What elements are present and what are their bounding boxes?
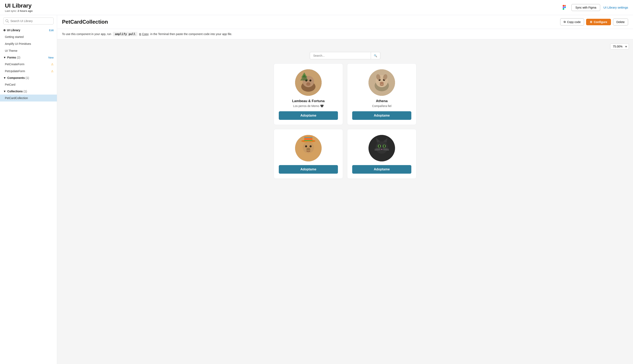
main-content: PetCardCollection ⧉ Copy code ⚙ Configur…: [57, 15, 633, 364]
gear-icon: ⚙: [590, 20, 592, 24]
sidebar-edit-link[interactable]: Edit: [49, 29, 54, 32]
preview-search-input[interactable]: [310, 52, 371, 59]
collections-label: Collections (1): [7, 90, 27, 93]
sidebar-item-petupdateform[interactable]: PetUpdateForm ⚠: [0, 68, 57, 74]
svg-point-32: [376, 142, 388, 154]
adopt-button-2[interactable]: Adoptame: [279, 165, 338, 174]
pet-card-0: Lambeau & Fortuna Los perros de Memo 🖤 A…: [274, 64, 343, 125]
delete-button[interactable]: Delete: [613, 18, 628, 26]
header-left: UI Library Last sync: 2 hours ago: [5, 2, 562, 12]
header: UI Library Last sync: 2 hours ago Sync w…: [0, 0, 633, 15]
svg-point-9: [309, 80, 311, 82]
pet-card-1: Athena Compañera fiel Adoptame: [347, 64, 416, 125]
adopt-button-3[interactable]: Adoptame: [352, 165, 411, 174]
command-code: amplify pull: [113, 32, 138, 36]
preview-search-area: 🔍: [61, 52, 629, 59]
chevron-down-icon: ▼: [3, 90, 6, 93]
body-container: ⊕ UI Library Edit Getting started Amplif…: [0, 15, 633, 364]
new-badge: New: [48, 56, 54, 59]
svg-point-38: [384, 145, 385, 148]
adopt-button-1[interactable]: Adoptame: [352, 111, 411, 120]
command-bar: To use this component in your app, run a…: [57, 29, 633, 39]
pet-card-2: Adoptame: [274, 129, 343, 179]
sync-figma-button[interactable]: Sync with Figma: [571, 4, 600, 11]
svg-point-28: [305, 145, 307, 147]
adopt-button-0[interactable]: Adoptame: [279, 111, 338, 120]
ui-library-settings-link[interactable]: UI Library settings: [603, 6, 628, 9]
sidebar-search-area: [0, 18, 57, 27]
sidebar-item-petcard[interactable]: PetCard: [0, 81, 57, 88]
svg-rect-1: [564, 5, 566, 6]
main-header-actions: ⧉ Copy code ⚙ Configure Delete: [560, 18, 628, 26]
svg-point-30: [306, 148, 310, 150]
sidebar-item-ui-theme[interactable]: UI Theme: [0, 47, 57, 54]
svg-point-4: [564, 6, 566, 8]
sidebar-item-getting-started[interactable]: Getting started: [0, 34, 57, 40]
header-subtitle: Last sync: 2 hours ago: [5, 10, 562, 12]
forms-label: Forms (2): [7, 56, 21, 59]
svg-rect-3: [563, 8, 564, 10]
components-label: Components (1): [7, 76, 29, 80]
copy-icon: ⧉: [564, 20, 566, 24]
svg-point-10: [306, 82, 310, 85]
sidebar-item-amplify-ui-primitives[interactable]: Amplify UI Primitives: [0, 40, 57, 47]
zoom-select[interactable]: 75.00%: [610, 44, 629, 50]
svg-rect-26: [304, 140, 312, 141]
pet-avatar-1: [368, 69, 395, 96]
svg-rect-0: [563, 5, 564, 6]
sidebar-section-header: ⊕ UI Library Edit: [0, 27, 57, 34]
search-icon: 🔍: [374, 54, 377, 57]
svg-point-29: [310, 145, 312, 147]
figma-icon: [562, 4, 568, 11]
svg-rect-25: [304, 138, 312, 140]
copy-command-button[interactable]: ⧉ Copy: [139, 32, 149, 36]
chevron-down-icon: ▼: [3, 76, 6, 80]
preview-area: 75.00% 🔍: [57, 39, 633, 183]
svg-point-37: [379, 145, 380, 148]
compass-icon: ⊕: [3, 28, 6, 32]
sidebar-item-petcardcollection[interactable]: PetCardCollection: [0, 94, 57, 102]
main-header: PetCardCollection ⧉ Copy code ⚙ Configur…: [57, 15, 633, 29]
warning-icon: ⚠: [51, 62, 54, 66]
pet-avatar-3: [368, 135, 395, 162]
page-title: UI Library: [5, 2, 562, 9]
sidebar: ⊕ UI Library Edit Getting started Amplif…: [0, 15, 57, 364]
header-right: Sync with Figma UI Library settings: [562, 4, 628, 11]
svg-point-18: [380, 82, 384, 84]
warning-icon: ⚠: [51, 70, 54, 73]
sidebar-item-petcreateform[interactable]: PetCreateForm ⚠: [0, 61, 57, 68]
zoom-wrapper: 75.00%: [610, 44, 629, 50]
svg-rect-24: [304, 137, 312, 138]
preview-zoom: 75.00%: [61, 44, 629, 50]
configure-button[interactable]: ⚙ Configure: [586, 19, 611, 25]
component-title: PetCardCollection: [62, 19, 108, 25]
pet-card-3: Adoptame: [347, 129, 416, 179]
search-input[interactable]: [3, 18, 54, 24]
copy-icon: ⧉: [139, 32, 141, 36]
pet-avatar-2: [295, 135, 322, 162]
pet-name-1: Athena: [352, 99, 411, 103]
pet-name-0: Lambeau & Fortuna: [279, 99, 338, 103]
sidebar-group-collections[interactable]: ▼ Collections (1): [0, 88, 57, 94]
svg-rect-2: [563, 6, 564, 8]
sidebar-section-title: ⊕ UI Library: [3, 28, 20, 32]
preview-search-button[interactable]: 🔍: [371, 52, 380, 59]
chevron-down-icon: ▼: [3, 56, 6, 59]
cards-grid: Lambeau & Fortuna Los perros de Memo 🖤 A…: [274, 64, 416, 179]
copy-code-button[interactable]: ⧉ Copy code: [560, 18, 584, 26]
sidebar-group-components[interactable]: ▼ Components (1): [0, 74, 57, 81]
pet-desc-1: Compañera fiel: [352, 104, 411, 108]
pet-desc-0: Los perros de Memo 🖤: [279, 104, 338, 108]
pet-avatar-0: [295, 69, 322, 96]
sidebar-group-forms[interactable]: ▼ Forms (2) New: [0, 54, 57, 61]
app-container: UI Library Last sync: 2 hours ago Sync w…: [0, 0, 633, 364]
